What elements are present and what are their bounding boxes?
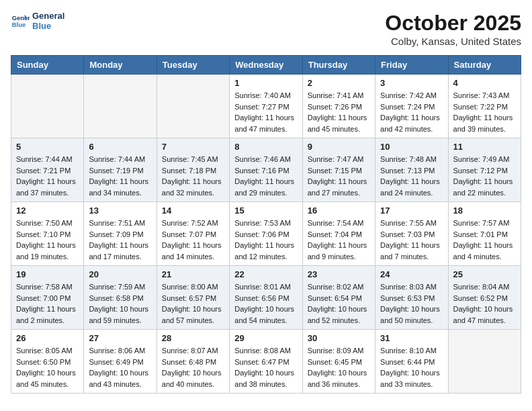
calendar-day-cell: 29Sunrise: 8:08 AMSunset: 6:47 PMDayligh… [230, 330, 302, 394]
sunrise-text: Sunrise: 7:44 AM [89, 154, 151, 165]
sunset-text: Sunset: 6:45 PM [308, 357, 370, 368]
sunrise-text: Sunrise: 7:45 AM [162, 154, 224, 165]
daylight-text: Daylight: 11 hours and 7 minutes. [380, 240, 443, 262]
sunrise-text: Sunrise: 7:58 AM [16, 281, 79, 293]
day-info: Sunrise: 7:41 AMSunset: 7:26 PMDaylight:… [308, 90, 370, 134]
daylight-text: Daylight: 10 hours and 47 minutes. [453, 304, 516, 326]
calendar-day-cell: 21Sunrise: 8:00 AMSunset: 6:57 PMDayligh… [157, 266, 229, 330]
sunset-text: Sunset: 7:03 PM [380, 229, 443, 240]
day-number: 23 [308, 269, 370, 279]
day-info: Sunrise: 8:01 AMSunset: 6:56 PMDaylight:… [234, 281, 297, 326]
day-number: 25 [453, 269, 516, 279]
calendar-day-cell: 18Sunrise: 7:57 AMSunset: 7:01 PMDayligh… [448, 202, 521, 266]
day-info: Sunrise: 7:58 AMSunset: 7:00 PMDaylight:… [16, 281, 79, 326]
calendar-week-row: 1Sunrise: 7:40 AMSunset: 7:27 PMDaylight… [11, 75, 521, 138]
day-info: Sunrise: 8:06 AMSunset: 6:49 PMDaylight:… [89, 345, 151, 390]
daylight-text: Daylight: 11 hours and 34 minutes. [89, 176, 151, 198]
svg-text:Blue: Blue [12, 21, 26, 28]
daylight-text: Daylight: 11 hours and 9 minutes. [308, 240, 370, 262]
sunrise-text: Sunrise: 7:48 AM [380, 154, 443, 165]
day-info: Sunrise: 7:53 AMSunset: 7:06 PMDaylight:… [234, 218, 297, 262]
day-number: 28 [162, 333, 224, 343]
day-info: Sunrise: 7:44 AMSunset: 7:19 PMDaylight:… [89, 154, 151, 198]
daylight-text: Daylight: 11 hours and 42 minutes. [380, 112, 443, 134]
sunset-text: Sunset: 7:04 PM [308, 229, 370, 240]
day-number: 31 [380, 333, 443, 343]
day-number: 22 [234, 269, 297, 279]
calendar-header-row: SundayMondayTuesdayWednesdayThursdayFrid… [11, 56, 521, 75]
sunrise-text: Sunrise: 7:41 AM [308, 90, 370, 101]
calendar-day-cell: 11Sunrise: 7:49 AMSunset: 7:12 PMDayligh… [448, 138, 521, 202]
sunset-text: Sunset: 6:53 PM [380, 293, 443, 304]
calendar-week-row: 19Sunrise: 7:58 AMSunset: 7:00 PMDayligh… [11, 266, 521, 330]
page-header: General Blue General Blue October 2025 C… [11, 11, 521, 47]
sunset-text: Sunset: 6:54 PM [308, 293, 370, 304]
calendar-day-cell: 17Sunrise: 7:55 AMSunset: 7:03 PMDayligh… [375, 202, 448, 266]
sunset-text: Sunset: 7:19 PM [89, 165, 151, 177]
sunrise-text: Sunrise: 7:51 AM [89, 218, 151, 229]
weekday-header: Tuesday [157, 56, 229, 75]
calendar-week-row: 5Sunrise: 7:44 AMSunset: 7:21 PMDaylight… [11, 138, 521, 202]
weekday-header: Sunday [11, 56, 84, 75]
daylight-text: Daylight: 10 hours and 43 minutes. [89, 367, 151, 390]
daylight-text: Daylight: 11 hours and 22 minutes. [453, 176, 516, 198]
daylight-text: Daylight: 11 hours and 2 minutes. [16, 304, 79, 326]
month-title: October 2025 [385, 11, 521, 36]
calendar-day-cell: 25Sunrise: 8:04 AMSunset: 6:52 PMDayligh… [448, 266, 521, 330]
daylight-text: Daylight: 10 hours and 54 minutes. [234, 304, 297, 326]
day-number: 5 [16, 142, 79, 152]
day-info: Sunrise: 8:04 AMSunset: 6:52 PMDaylight:… [453, 281, 516, 326]
day-number: 15 [234, 205, 297, 216]
calendar-week-row: 12Sunrise: 7:50 AMSunset: 7:10 PMDayligh… [11, 202, 521, 266]
day-info: Sunrise: 7:40 AMSunset: 7:27 PMDaylight:… [234, 90, 297, 134]
calendar-day-cell: 22Sunrise: 8:01 AMSunset: 6:56 PMDayligh… [230, 266, 302, 330]
calendar-day-cell: 9Sunrise: 7:47 AMSunset: 7:15 PMDaylight… [302, 138, 375, 202]
calendar-day-cell: 19Sunrise: 7:58 AMSunset: 7:00 PMDayligh… [11, 266, 84, 330]
day-info: Sunrise: 7:45 AMSunset: 7:18 PMDaylight:… [162, 154, 224, 198]
sunset-text: Sunset: 6:48 PM [162, 357, 224, 368]
calendar-day-cell [448, 330, 521, 394]
day-number: 1 [234, 78, 297, 88]
logo: General Blue General Blue [11, 11, 64, 31]
sunset-text: Sunset: 7:16 PM [234, 165, 297, 177]
day-number: 16 [308, 205, 370, 216]
sunset-text: Sunset: 6:49 PM [89, 357, 151, 368]
calendar-day-cell: 15Sunrise: 7:53 AMSunset: 7:06 PMDayligh… [230, 202, 302, 266]
sunrise-text: Sunrise: 8:04 AM [453, 281, 516, 293]
sunset-text: Sunset: 7:09 PM [89, 229, 151, 240]
day-info: Sunrise: 7:59 AMSunset: 6:58 PMDaylight:… [89, 281, 151, 326]
sunrise-text: Sunrise: 7:50 AM [16, 218, 79, 229]
day-number: 4 [453, 78, 516, 88]
sunset-text: Sunset: 7:00 PM [16, 293, 79, 304]
day-number: 8 [234, 142, 297, 152]
logo-icon: General Blue [11, 11, 30, 30]
sunset-text: Sunset: 7:18 PM [162, 165, 224, 177]
calendar-day-cell: 7Sunrise: 7:45 AMSunset: 7:18 PMDaylight… [157, 138, 229, 202]
sunrise-text: Sunrise: 8:05 AM [16, 345, 79, 357]
day-info: Sunrise: 8:10 AMSunset: 6:44 PMDaylight:… [380, 345, 443, 390]
calendar-day-cell: 10Sunrise: 7:48 AMSunset: 7:13 PMDayligh… [375, 138, 448, 202]
sunrise-text: Sunrise: 8:00 AM [162, 281, 224, 293]
day-info: Sunrise: 8:09 AMSunset: 6:45 PMDaylight:… [308, 345, 370, 390]
daylight-text: Daylight: 11 hours and 39 minutes. [453, 112, 516, 134]
day-number: 18 [453, 205, 516, 216]
day-number: 3 [380, 78, 443, 88]
day-number: 20 [89, 269, 151, 279]
sunset-text: Sunset: 6:58 PM [89, 293, 151, 304]
calendar-week-row: 26Sunrise: 8:05 AMSunset: 6:50 PMDayligh… [11, 330, 521, 394]
day-info: Sunrise: 7:49 AMSunset: 7:12 PMDaylight:… [453, 154, 516, 198]
day-number: 9 [308, 142, 370, 152]
location: Colby, Kansas, United States [385, 36, 521, 47]
sunrise-text: Sunrise: 8:02 AM [308, 281, 370, 293]
daylight-text: Daylight: 10 hours and 52 minutes. [308, 304, 370, 326]
logo-text-general: General [32, 11, 64, 21]
sunrise-text: Sunrise: 7:57 AM [453, 218, 516, 229]
weekday-header: Thursday [302, 56, 375, 75]
day-info: Sunrise: 8:08 AMSunset: 6:47 PMDaylight:… [234, 345, 297, 390]
daylight-text: Daylight: 11 hours and 4 minutes. [453, 240, 516, 262]
calendar-day-cell: 6Sunrise: 7:44 AMSunset: 7:19 PMDaylight… [84, 138, 157, 202]
daylight-text: Daylight: 11 hours and 29 minutes. [234, 176, 297, 198]
daylight-text: Daylight: 10 hours and 40 minutes. [162, 367, 224, 390]
sunset-text: Sunset: 7:22 PM [453, 101, 516, 113]
weekday-header: Wednesday [230, 56, 302, 75]
